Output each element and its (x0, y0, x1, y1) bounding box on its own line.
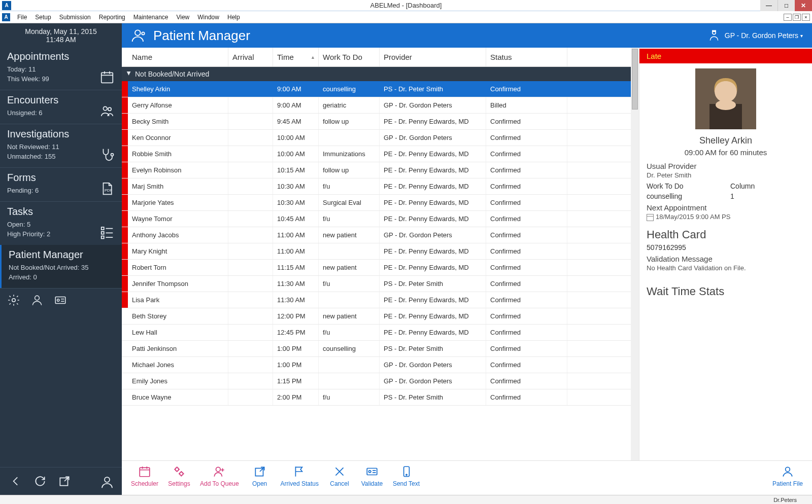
arrived-status-button[interactable]: Arrived Status (281, 465, 319, 487)
row-provider: PE - Dr. Penny Edwards, MD (380, 114, 486, 129)
svg-point-24 (180, 472, 183, 476)
menu-maintenance[interactable]: Maintenance (133, 14, 168, 21)
settings-button[interactable]: Settings (167, 465, 191, 487)
table-row[interactable]: Marj Smith10:30 AMf/uPE - Dr. Penny Edwa… (122, 178, 639, 195)
sidebar-investigations[interactable]: Investigations Not Reviewed: 11 Unmatche… (0, 124, 122, 167)
cancel-button[interactable]: Cancel (328, 465, 351, 487)
sidebar-encounters[interactable]: Encounters Unsigned: 6 (0, 90, 122, 124)
sidebar-forms[interactable]: Forms Pending: 6 PDF (0, 167, 122, 201)
row-work: Surgical Eval (319, 195, 380, 210)
back-icon[interactable] (9, 475, 22, 488)
svg-point-9 (12, 299, 16, 302)
col-work[interactable]: Work To Do (319, 48, 380, 66)
mdi-restore-button[interactable]: ❐ (793, 14, 801, 21)
row-flag (122, 97, 128, 113)
open-icon (253, 465, 266, 478)
svg-point-10 (35, 296, 40, 300)
table-row[interactable]: Shelley Arkin9:00 AMcounsellingPS - Dr. … (122, 81, 639, 97)
col-name[interactable]: Name (128, 48, 228, 66)
grid-group-header[interactable]: Not Booked/Not Arrived (122, 67, 639, 81)
row-time: 11:15 AM (273, 260, 319, 275)
row-name: Wayne Tomor (128, 211, 228, 227)
table-row[interactable]: Gerry Alfonse9:00 AMgeriatricGP - Dr. Go… (122, 97, 639, 114)
window-minimize-button[interactable]: — (760, 0, 777, 11)
window-maximize-button[interactable]: □ (777, 0, 795, 11)
settings-gear-icon[interactable] (7, 294, 20, 307)
row-provider: PE - Dr. Penny Edwards, MD (380, 162, 486, 178)
col-provider[interactable]: Provider (380, 48, 486, 66)
scheduler-button[interactable]: Scheduler (131, 465, 158, 487)
open-button[interactable]: Open (248, 465, 272, 487)
row-arrival (228, 292, 273, 308)
svg-point-31 (786, 467, 790, 472)
table-row[interactable]: Evelyn Robinson10:15 AMfollow upPE - Dr.… (122, 162, 639, 178)
table-row[interactable]: Robbie Smith10:00 AMImmunizationsPE - Dr… (122, 146, 639, 162)
detail-healthcard-title: Health Card (647, 228, 805, 241)
table-row[interactable]: Beth Storey12:00 PMnew patientPE - Dr. P… (122, 308, 639, 325)
table-row[interactable]: Ken Oconnor10:00 AMGP - Dr. Gordon Peter… (122, 130, 639, 146)
table-row[interactable]: Becky Smith9:45 AMfollow upPE - Dr. Penn… (122, 114, 639, 130)
row-work: new patient (319, 308, 380, 324)
row-time: 10:00 AM (273, 130, 319, 146)
sidebar-tasks[interactable]: Tasks Open: 5 High Priority: 2 (0, 201, 122, 245)
row-arrival (228, 195, 273, 210)
table-row[interactable]: Lew Hall12:45 PMf/uPE - Dr. Penny Edward… (122, 325, 639, 341)
sidebar-patient-manager[interactable]: Patient Manager Not Booked/Not Arrived: … (0, 245, 122, 288)
row-status: Confirmed (486, 178, 567, 194)
card-tool-icon[interactable] (54, 294, 67, 307)
table-row[interactable]: Wayne Tomor10:45 AMf/uPE - Dr. Penny Edw… (122, 211, 639, 227)
refresh-icon[interactable] (33, 475, 47, 488)
open-external-icon[interactable] (58, 475, 71, 488)
table-row[interactable]: Michael Jones1:00 PMGP - Dr. Gordon Pete… (122, 357, 639, 373)
patient-file-button[interactable]: Patient File (772, 465, 803, 487)
patient-tool-icon[interactable] (30, 294, 44, 307)
row-provider: PE - Dr. Penny Edwards, MD (380, 260, 486, 275)
row-time: 10:30 AM (273, 195, 319, 210)
sidebar-tasks-title: Tasks (7, 206, 115, 218)
send-text-button[interactable]: Send Text (393, 465, 420, 487)
row-arrival (228, 211, 273, 227)
app-menu-icon[interactable]: A (2, 13, 10, 21)
menu-window[interactable]: Window (197, 14, 219, 21)
table-row[interactable]: Marjorie Yates10:30 AMSurgical EvalPE - … (122, 195, 639, 211)
late-banner: Late (639, 49, 812, 63)
menu-help[interactable]: Help (227, 14, 240, 21)
table-row[interactable]: Jennifer Thompson11:30 AMf/uPS - Dr. Pet… (122, 276, 639, 292)
detail-validation: No Health Card Validation on File. (647, 264, 805, 272)
col-time[interactable]: Time (273, 48, 319, 66)
sidebar-pm-title: Patient Manager (9, 249, 115, 261)
row-flag (122, 81, 128, 97)
menu-file[interactable]: File (17, 14, 27, 21)
table-row[interactable]: Emily Jones1:15 PMGP - Dr. Gordon Peters… (122, 373, 639, 389)
menu-view[interactable]: View (176, 14, 189, 21)
menu-setup[interactable]: Setup (35, 14, 51, 21)
table-row[interactable]: Bruce Wayne2:00 PMf/uPS - Dr. Peter Smit… (122, 389, 639, 406)
patient-file-icon (781, 465, 794, 478)
col-status[interactable]: Status (486, 48, 567, 66)
window-close-button[interactable]: ✕ (795, 0, 812, 11)
provider-selector[interactable]: GP - Dr. Gordon Peters ▾ (707, 29, 803, 42)
col-arrival[interactable]: Arrival (228, 48, 273, 66)
table-row[interactable]: Mary Knight11:00 AMPE - Dr. Penny Edward… (122, 243, 639, 260)
sidebar-enc-unsigned: Unsigned: 6 (7, 109, 115, 117)
row-provider: GP - Dr. Gordon Peters (380, 97, 486, 113)
svg-point-3 (111, 154, 114, 156)
menu-submission[interactable]: Submission (59, 14, 91, 21)
table-row[interactable]: Patti Jenkinson1:00 PMcounsellingPS - Dr… (122, 341, 639, 357)
mdi-close-button[interactable]: × (802, 14, 810, 21)
detail-column-label: Column (730, 182, 805, 190)
sidebar-appointments[interactable]: Appointments Today: 11 This Week: 99 (0, 47, 122, 90)
table-row[interactable]: Robert Torn11:15 AMnew patientPE - Dr. P… (122, 260, 639, 276)
menu-reporting[interactable]: Reporting (99, 14, 125, 21)
grid-scrollbar[interactable] (631, 48, 639, 460)
svg-point-23 (175, 467, 179, 471)
validate-button[interactable]: Validate (360, 465, 384, 487)
row-arrival (228, 81, 273, 97)
mdi-minimize-button[interactable]: – (784, 14, 792, 21)
add-to-queue-button[interactable]: Add To Queue (200, 465, 239, 487)
scrollbar-thumb[interactable] (632, 49, 638, 110)
table-row[interactable]: Lisa Park11:30 AMPE - Dr. Penny Edwards,… (122, 292, 639, 308)
row-arrival (228, 114, 273, 129)
row-arrival (228, 357, 273, 373)
table-row[interactable]: Anthony Jacobs11:00 AMnew patientGP - Dr… (122, 227, 639, 243)
